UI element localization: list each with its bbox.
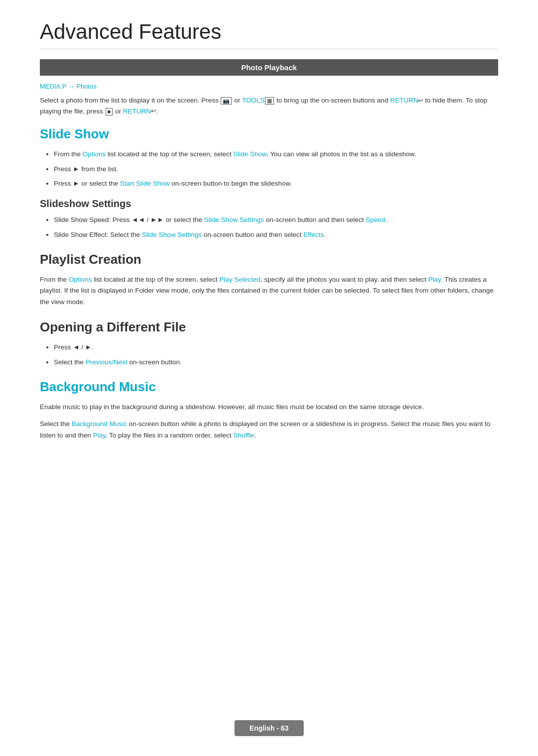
options-link-1[interactable]: Options	[83, 150, 106, 158]
opening-file-bullet-1: Press ◄ / ►.	[54, 342, 498, 353]
slideshow-settings-title: Slideshow Settings	[40, 198, 498, 210]
effects-link[interactable]: Effects	[303, 231, 324, 238]
opening-file-bullets: Press ◄ / ►. Select the Previous/Next on…	[40, 342, 498, 367]
photo-playback-intro: Select a photo from the list to display …	[40, 95, 498, 116]
page-container: Advanced Features Photo Playback MEDIA.P…	[0, 0, 538, 503]
slideshow-settings-section: Slideshow Settings Slide Show Speed: Pre…	[40, 198, 498, 240]
background-music-paragraph-2: Select the Background Music on-screen bu…	[40, 419, 498, 441]
playlist-creation-section: Playlist Creation From the Options list …	[40, 252, 498, 308]
breadcrumb: MEDIA.P → Photos	[40, 83, 498, 90]
breadcrumb-text: MEDIA.P → Photos	[40, 83, 97, 90]
slideshow-settings-bullet-2: Slide Show Effect: Select the Slide Show…	[54, 229, 498, 240]
tools-icon: ▦	[265, 97, 274, 105]
opening-file-title: Opening a Different File	[40, 320, 498, 335]
return-icon-2: ↩	[151, 107, 156, 116]
button-icon: 📷	[221, 97, 232, 105]
shuffle-link[interactable]: Shuffle	[233, 432, 254, 439]
tools-link[interactable]: TOOLS	[242, 97, 265, 104]
background-music-paragraph-1: Enable music to play in the background d…	[40, 402, 498, 413]
slide-show-bullet-3: Press ► or select the Start Slide Show o…	[54, 178, 498, 189]
background-music-link[interactable]: Background Music	[72, 420, 127, 428]
playlist-creation-title: Playlist Creation	[40, 252, 498, 267]
playlist-creation-paragraph: From the Options list located at the top…	[40, 274, 498, 308]
background-music-title: Background Music	[40, 379, 498, 395]
section-header-photo-playback: Photo Playback	[40, 59, 498, 76]
play-selected-link[interactable]: Play Selected	[219, 276, 261, 283]
speed-link[interactable]: Speed	[366, 216, 385, 223]
slideshow-settings-bullet-1: Slide Show Speed: Press ◄◄ / ►► or selec…	[54, 215, 498, 225]
return-link-1[interactable]: RETURN	[390, 97, 418, 104]
slide-show-bullet-2: Press ► from the list.	[54, 164, 498, 175]
play-link-1[interactable]: Play	[428, 276, 440, 283]
options-link-2[interactable]: Options	[69, 276, 92, 283]
slide-show-bullets: From the Options list located at the top…	[40, 149, 498, 189]
stop-icon: ■	[106, 108, 113, 115]
slide-show-settings-link-1[interactable]: Slide Show Settings	[204, 216, 264, 223]
return-icon-1: ↩	[418, 96, 423, 106]
slide-show-title: Slide Show	[40, 126, 498, 142]
return-link-2[interactable]: RETURN	[123, 108, 151, 115]
start-slide-show-link[interactable]: Start Slide Show	[120, 180, 170, 187]
play-link-2[interactable]: Play	[93, 432, 106, 439]
opening-file-bullet-2: Select the Previous/Next on-screen butto…	[54, 357, 498, 368]
page-footer: English - 63	[235, 720, 304, 736]
background-music-section: Background Music Enable music to play in…	[40, 379, 498, 441]
slideshow-settings-bullets: Slide Show Speed: Press ◄◄ / ►► or selec…	[40, 215, 498, 240]
slide-show-section: Slide Show From the Options list located…	[40, 126, 498, 240]
slide-show-settings-link-2[interactable]: Slide Show Settings	[142, 231, 202, 238]
opening-file-section: Opening a Different File Press ◄ / ►. Se…	[40, 320, 498, 367]
previous-next-link[interactable]: Previous/Next	[86, 358, 128, 366]
slide-show-link[interactable]: Slide Show	[233, 150, 267, 158]
page-title: Advanced Features	[40, 20, 498, 49]
slide-show-bullet-1: From the Options list located at the top…	[54, 149, 498, 160]
